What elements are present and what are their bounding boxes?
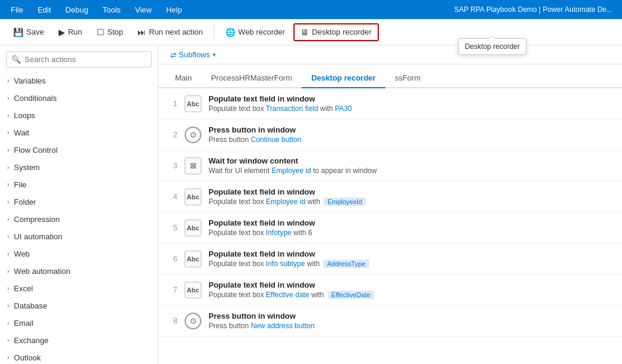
step-number: 7 <box>166 285 177 294</box>
step-desc: Wait for UI element Employee id to appea… <box>209 166 615 175</box>
tab-main[interactable]: Main <box>166 69 201 88</box>
step-desc: Press button New address button <box>209 322 615 330</box>
sidebar-item-flow-control[interactable]: › Flow Control <box>0 141 158 159</box>
save-button[interactable]: 💾 Save <box>7 24 50 40</box>
toolbar-divider <box>214 25 215 39</box>
table-row[interactable]: 5 Abc Populate text field in window Popu… <box>158 212 622 243</box>
subflows-chevron-icon: ▾ <box>213 51 216 58</box>
chevron-icon: › <box>7 337 9 344</box>
menu-help[interactable]: Help <box>160 3 188 17</box>
step-link[interactable]: Infotype <box>266 229 292 237</box>
step-icon: Abc <box>185 282 201 298</box>
sidebar-item-compression[interactable]: › Compression <box>0 211 158 228</box>
step-content: Press button in window Press button Cont… <box>209 125 615 144</box>
step-link[interactable]: Employee id <box>266 198 305 206</box>
menu-edit[interactable]: Edit <box>32 3 57 17</box>
chevron-icon: › <box>7 216 9 223</box>
table-row[interactable]: 6 Abc Populate text field in window Popu… <box>158 243 622 274</box>
step-desc: Populate text box Effective date with Ef… <box>209 291 615 299</box>
sidebar-item-conditionals[interactable]: › Conditionals <box>0 90 158 107</box>
sidebar-item-excel[interactable]: › Excel <box>0 280 158 297</box>
step-title: Populate text field in window <box>209 249 615 258</box>
run-next-button[interactable]: ⏭ Run next action <box>131 24 209 40</box>
step-number: 1 <box>166 99 177 108</box>
step-link[interactable]: PA30 <box>335 104 351 113</box>
step-content: Populate text field in window Populate t… <box>209 187 615 206</box>
step-icon: Abc <box>185 251 201 267</box>
step-content: Wait for window content Wait for UI elem… <box>209 156 615 175</box>
sidebar-item-outlook[interactable]: › Outlook <box>0 349 158 364</box>
step-content: Populate text field in window Populate t… <box>209 249 615 268</box>
step-icon: Abc <box>185 220 201 236</box>
sidebar-item-web-automation[interactable]: › Web automation <box>0 263 158 280</box>
step-link[interactable]: Employee id <box>272 166 311 175</box>
menu-left: File Edit Debug Tools View Help <box>5 3 188 17</box>
sidebar-item-loops[interactable]: › Loops <box>0 107 158 124</box>
table-row[interactable]: 3 ⊠ Wait for window content Wait for UI … <box>158 150 622 181</box>
menu-file[interactable]: File <box>5 3 29 17</box>
step-number: 8 <box>166 316 177 325</box>
menu-tools[interactable]: Tools <box>97 3 127 17</box>
web-recorder-button[interactable]: 🌐 Web recorder <box>219 24 292 40</box>
sidebar-item-file[interactable]: › File <box>0 176 158 193</box>
menu-view[interactable]: View <box>129 3 158 17</box>
chevron-icon: › <box>7 320 9 326</box>
sidebar-item-email[interactable]: › Email <box>0 314 158 332</box>
stop-icon: ☐ <box>97 27 105 37</box>
table-row[interactable]: 4 Abc Populate text field in window Popu… <box>158 181 622 212</box>
search-box[interactable]: 🔍 <box>6 51 152 67</box>
step-content: Populate text field in window Populate t… <box>209 280 615 299</box>
subflows-button[interactable]: ⇄ Subflows ▾ <box>166 48 220 61</box>
web-recorder-icon: 🌐 <box>225 27 235 37</box>
search-input[interactable] <box>24 55 146 64</box>
sidebar-item-web[interactable]: › Web <box>0 245 158 263</box>
tab-desktop-recorder[interactable]: Desktop recorder <box>302 69 385 88</box>
table-row[interactable]: 8 ⊙ Press button in window Press button … <box>158 306 622 337</box>
menu-debug[interactable]: Debug <box>59 3 94 17</box>
tab-process-hr[interactable]: ProcessHRMasterForm <box>201 69 302 88</box>
sidebar-item-variables[interactable]: › Variables <box>0 72 158 90</box>
sidebar: 🔍 › Variables › Conditionals › Loops › W… <box>0 45 158 364</box>
step-icon: Abc <box>185 95 201 112</box>
chevron-icon: › <box>7 164 9 171</box>
tab-ss-form[interactable]: ssForm <box>385 69 430 88</box>
run-next-icon: ⏭ <box>137 27 146 37</box>
step-number: 2 <box>166 130 177 139</box>
subflows-icon: ⇄ <box>170 51 176 59</box>
step-icon: ⊙ <box>185 313 201 329</box>
chevron-icon: › <box>7 95 9 101</box>
desktop-recorder-icon: 🖥 <box>301 27 309 37</box>
step-link[interactable]: Transaction field <box>266 104 318 113</box>
desktop-recorder-button[interactable]: 🖥 Desktop recorder <box>293 23 379 41</box>
step-link[interactable]: Effective date <box>266 291 310 299</box>
step-icon: ⊠ <box>185 158 201 174</box>
content-area: ⇄ Subflows ▾ Main ProcessHRMasterForm De… <box>158 45 622 364</box>
sidebar-item-exchange[interactable]: › Exchange <box>0 332 158 349</box>
step-link[interactable]: New address button <box>251 322 315 330</box>
sidebar-item-database[interactable]: › Database <box>0 297 158 314</box>
step-title: Populate text field in window <box>209 280 615 289</box>
sidebar-item-folder[interactable]: › Folder <box>0 193 158 211</box>
step-title: Press button in window <box>209 311 615 320</box>
sidebar-item-wait[interactable]: › Wait <box>0 124 158 141</box>
step-icon: ⊙ <box>185 127 201 143</box>
table-row[interactable]: 1 Abc Populate text field in window Popu… <box>158 88 622 119</box>
sidebar-item-system[interactable]: › System <box>0 159 158 176</box>
chevron-icon: › <box>7 112 9 119</box>
step-desc: Populate text box Infotype with 6 <box>209 229 615 237</box>
chevron-icon: › <box>7 78 9 84</box>
step-badge: EmployeeId <box>324 198 366 206</box>
app-title: SAP RPA Playbook Demo | Power Automate D… <box>454 5 617 14</box>
chevron-icon: › <box>7 199 9 205</box>
step-link[interactable]: Info subtype <box>266 260 305 268</box>
step-content: Press button in window Press button New … <box>209 311 615 330</box>
run-button[interactable]: ▶ Run <box>53 24 88 40</box>
sidebar-item-ui-automation[interactable]: › UI automation <box>0 228 158 245</box>
stop-button[interactable]: ☐ Stop <box>91 24 130 40</box>
table-row[interactable]: 2 ⊙ Press button in window Press button … <box>158 119 622 150</box>
chevron-icon: › <box>7 268 9 274</box>
step-link[interactable]: Continue button <box>251 135 302 144</box>
table-row[interactable]: 7 Abc Populate text field in window Popu… <box>158 274 622 306</box>
toolbar: 💾 Save ▶ Run ☐ Stop ⏭ Run next action 🌐 … <box>0 19 622 45</box>
step-title: Populate text field in window <box>209 218 615 227</box>
